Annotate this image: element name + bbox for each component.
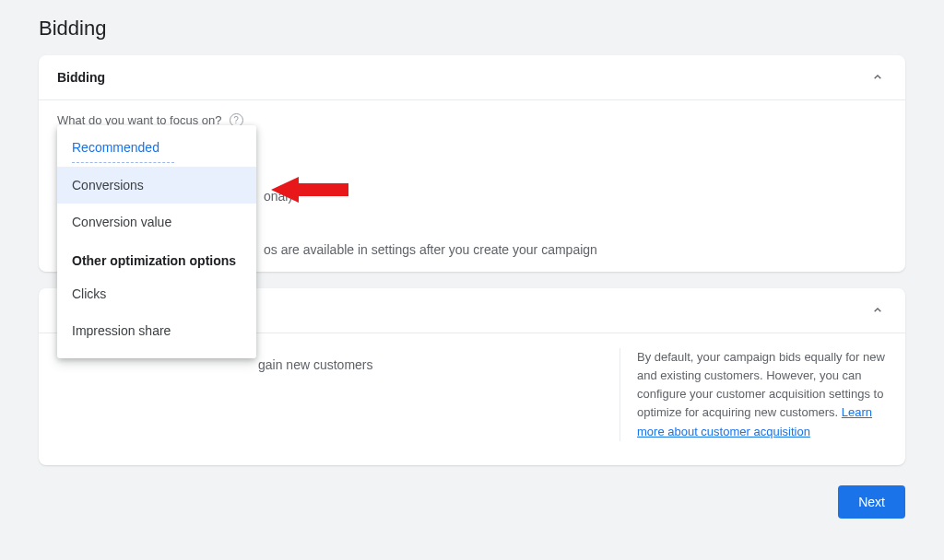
arrow-shaft — [299, 183, 348, 196]
collapse-icon[interactable] — [868, 68, 887, 87]
footer: Next — [0, 482, 944, 519]
dropdown-item-impression-share[interactable]: Impression share — [57, 312, 256, 349]
dropdown-item-clicks[interactable]: Clicks — [57, 275, 256, 312]
arrow-head-icon — [271, 177, 299, 203]
focus-dropdown: Recommended Conversions Conversion value… — [57, 125, 256, 358]
dropdown-item-conversion-value[interactable]: Conversion value — [57, 204, 256, 240]
bidding-card-title: Bidding — [57, 70, 105, 85]
settings-availability-note: os are available in settings after you c… — [264, 242, 597, 257]
dropdown-recommended-header: Recommended — [72, 136, 174, 163]
acquisition-description: By default, your campaign bids equally f… — [620, 348, 887, 441]
next-button[interactable]: Next — [838, 485, 905, 519]
acquisition-left-fragment: gain new customers — [57, 348, 620, 441]
dropdown-item-conversions[interactable]: Conversions — [57, 167, 256, 204]
dropdown-other-header: Other optimization options — [57, 240, 256, 275]
annotation-arrow — [271, 177, 348, 203]
collapse-icon[interactable] — [868, 301, 887, 320]
bidding-card-header: Bidding — [39, 55, 905, 100]
page-title: Bidding — [0, 0, 944, 55]
